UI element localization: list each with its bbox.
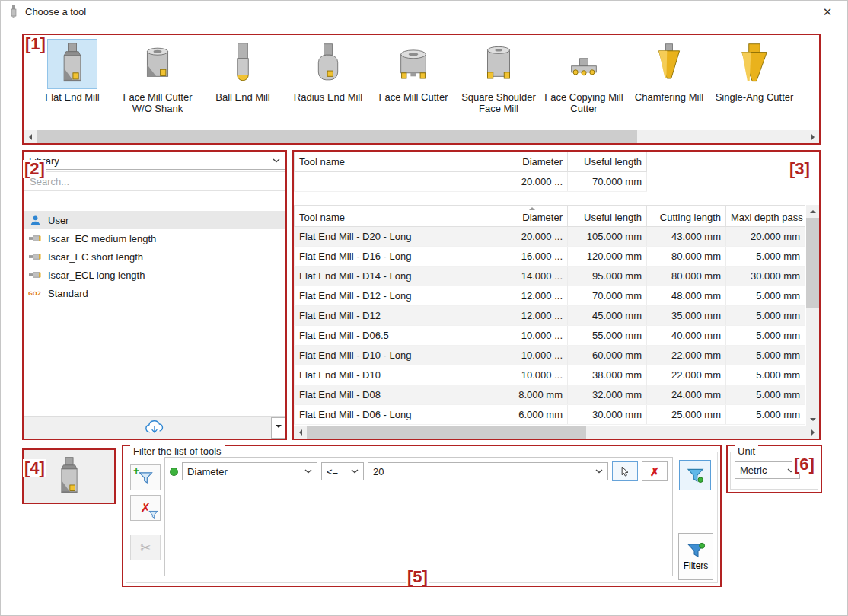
column-header-diameter[interactable]: Diameter <box>496 152 568 172</box>
cloud-download-icon <box>143 420 166 435</box>
scroll-down-button[interactable] <box>806 413 819 426</box>
single-angle-cutter-icon <box>729 39 779 89</box>
tool-row[interactable]: Flat End Mill - D06 - Long6.000 mm30.000… <box>295 405 805 425</box>
tool-strip: Flat End MillFace Mill Cutter W/O ShankB… <box>31 39 818 114</box>
filter-field-dropdown[interactable]: Diameter <box>182 462 317 480</box>
add-filter-button[interactable]: + <box>130 464 161 490</box>
tool-row[interactable]: Flat End Mill - D1212.000 ...45.000 mm35… <box>295 306 805 326</box>
column-header-useful-length[interactable]: Useful length <box>568 206 647 227</box>
search-input[interactable] <box>24 172 285 190</box>
tool-list-vscrollbar[interactable] <box>806 205 819 426</box>
delete-filter-button[interactable]: ✗ <box>130 495 161 521</box>
tool-list-hscrollbar[interactable] <box>294 426 819 439</box>
mini-tool-icon <box>28 235 43 242</box>
filter-section: Filter the list of tools + ✗ ✂ <box>122 445 722 587</box>
scrollbar-thumb[interactable] <box>806 218 819 308</box>
close-button[interactable]: ✕ <box>815 3 840 21</box>
clear-filter-row-button[interactable]: ✗ <box>642 461 668 481</box>
column-header-cutting-length[interactable]: Cutting length <box>647 206 726 227</box>
mini-tool-icon <box>28 271 43 279</box>
filter-value-combobox[interactable]: 20 <box>368 462 608 480</box>
scroll-left-icon <box>29 134 32 140</box>
tool-row[interactable]: Flat End Mill - D06.510.000 ...55.000 mm… <box>295 326 805 346</box>
tool-row[interactable]: Flat End Mill - D12 - Long12.000 ...70.0… <box>295 286 805 306</box>
scrollbar-track <box>37 130 806 143</box>
column-header-useful-length[interactable]: Useful length <box>568 152 647 172</box>
library-dropdown[interactable]: Library <box>24 152 285 170</box>
scrollbar-track <box>806 218 819 413</box>
chamfering-mill-icon <box>644 39 694 89</box>
annotation-label-2: [2] <box>23 160 46 178</box>
tool-type-single-angle-cutter[interactable]: Single-Ang Cutter <box>713 39 795 114</box>
filter-legend: Filter the list of tools <box>130 445 225 457</box>
column-header-tool-name[interactable]: Tool name <box>295 206 496 227</box>
tool-type-label: Face Mill Cutter W/O Shank <box>116 91 199 114</box>
cut-filter-button[interactable]: ✂ <box>130 535 161 560</box>
scroll-right-button[interactable] <box>806 426 819 439</box>
search-box <box>24 171 285 191</box>
filter-operator-dropdown[interactable]: <= <box>321 462 364 480</box>
tool-row[interactable]: Flat End Mill - D1010.000 ...38.000 mm22… <box>295 365 805 385</box>
user-icon <box>28 215 43 226</box>
unit-dropdown[interactable]: Metric <box>735 461 800 479</box>
tool-type-face-copying-mill-cutter[interactable]: Face Copying Mill Cutter <box>543 39 625 114</box>
toggle-filter-button[interactable] <box>679 460 711 490</box>
library-item[interactable]: GO2Standard <box>24 284 285 302</box>
flat-end-mill-icon <box>47 39 97 89</box>
library-item[interactable]: Iscar_EC short length <box>24 247 285 266</box>
scroll-up-button[interactable] <box>806 205 819 218</box>
tool-row[interactable]: Flat End Mill - D16 - Long16.000 ...120.… <box>295 247 805 267</box>
library-item[interactable]: Iscar_ECL long length <box>24 266 285 284</box>
tool-row[interactable]: 20.000 ...70.000 mm <box>295 172 647 192</box>
tool-row[interactable]: Flat End Mill - D088.000 mm32.000 mm24.0… <box>295 385 805 405</box>
scroll-left-button[interactable] <box>24 130 37 143</box>
filters-button[interactable]: Filters <box>678 533 713 580</box>
filters-button-label: Filters <box>684 560 709 571</box>
tool-row[interactable]: Flat End Mill - D20 - Long20.000 ...105.… <box>295 227 805 247</box>
scroll-up-icon <box>810 210 816 213</box>
column-header-maxi-depth-pass[interactable]: Maxi depth pass <box>726 206 805 227</box>
tool-type-label: Radius End Mill <box>294 91 362 103</box>
titlebar: Choose a tool ✕ <box>0 0 848 23</box>
tool-type-ball-end-mill[interactable]: Ball End Mill <box>202 39 284 114</box>
tool-list-section: Tool nameDiameterUseful length 20.000 ..… <box>292 150 821 440</box>
column-header-tool-name[interactable]: Tool name <box>295 152 496 172</box>
tool-type-label: Face Mill Cutter <box>378 91 448 103</box>
tool-type-face-mill-cutter[interactable]: Face Mill Cutter <box>372 39 454 114</box>
annotation-label-1: [1] <box>24 35 47 53</box>
scroll-right-button[interactable] <box>806 130 819 143</box>
library-download-bar[interactable] <box>24 416 285 439</box>
filter-groupbox: Filter the list of tools + ✗ ✂ <box>126 452 718 583</box>
filter-button-stack: + ✗ ✂ <box>130 464 161 560</box>
tool-row[interactable]: Flat End Mill - D10 - Long10.000 ...60.0… <box>295 346 805 365</box>
tool-type-square-shoulder-face-mill[interactable]: Square Shoulder Face Mill <box>457 39 540 114</box>
expand-dropdown-button[interactable] <box>271 417 285 439</box>
tool-row[interactable]: Flat End Mill - D14 - Long14.000 ...95.0… <box>295 267 805 286</box>
column-header-diameter[interactable]: Diameter <box>496 206 568 227</box>
scrollbar-thumb[interactable] <box>37 130 637 143</box>
filter-field-value: Diameter <box>187 466 301 477</box>
tool-type-face-mill-wo-shank[interactable]: Face Mill Cutter W/O Shank <box>116 39 199 114</box>
filter-value: 20 <box>373 466 592 477</box>
tool-type-label: Single-Ang Cutter <box>716 91 794 103</box>
pick-value-button[interactable] <box>612 461 638 481</box>
selected-tool-preview-icon <box>49 456 90 497</box>
window-title: Choose a tool <box>25 6 86 18</box>
library-item-label: Iscar_ECL long length <box>48 270 145 281</box>
cursor-pointer-icon <box>620 466 630 477</box>
scroll-left-button[interactable] <box>294 426 307 439</box>
tool-type-radius-end-mill[interactable]: Radius End Mill <box>287 39 369 114</box>
face-mill-wo-shank-icon <box>132 39 183 89</box>
filter-operator-value: <= <box>327 466 348 477</box>
tool-type-chamfering-mill[interactable]: Chamfering Mill <box>628 39 710 114</box>
library-item[interactable]: User <box>24 211 285 229</box>
sort-ascending-icon <box>529 207 535 210</box>
scroll-left-icon <box>299 429 302 436</box>
tool-type-label: Ball End Mill <box>215 91 270 103</box>
library-item-label: Iscar_EC medium length <box>48 233 156 244</box>
scrollbar-thumb[interactable] <box>307 426 586 439</box>
scroll-right-icon <box>811 134 815 140</box>
tool-strip-hscrollbar[interactable] <box>24 130 819 143</box>
library-item[interactable]: Iscar_EC medium length <box>24 229 285 247</box>
filters-funnel-icon <box>687 542 706 558</box>
